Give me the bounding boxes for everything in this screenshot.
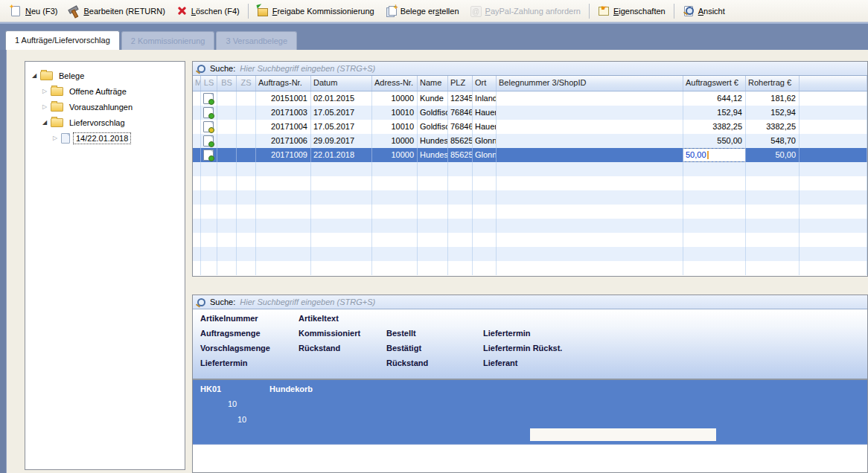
table-row[interactable] <box>193 176 867 190</box>
table-row[interactable]: 2017100629.09.201710000Hundeshop85625Glo… <box>193 134 867 148</box>
cell-auftrag: 20171009 <box>256 148 311 162</box>
cell-ls <box>201 247 217 261</box>
expand-arrow-icon[interactable]: ▷ <box>40 103 49 110</box>
column-header-LS[interactable]: LS <box>201 76 217 91</box>
cell-beleg <box>497 162 683 176</box>
cell-bs <box>217 190 237 205</box>
cell-adress <box>372 233 418 247</box>
collapse-arrow-icon[interactable]: ◢ <box>30 72 39 79</box>
table-row[interactable] <box>193 219 867 233</box>
table-row[interactable] <box>193 205 867 219</box>
cell-ls <box>201 176 217 190</box>
toolbar-button-4[interactable]: Freigabe Kommissionierung <box>252 3 380 19</box>
order-value-edit-cell[interactable]: 50,00 <box>683 149 745 161</box>
table-row[interactable]: 2017100317.05.201710010Goldfisch76846Hau… <box>193 106 867 120</box>
column-header-Auftrags-Nr.[interactable]: Auftrags-Nr. <box>256 76 311 91</box>
table-row[interactable] <box>193 162 867 176</box>
tab-1[interactable]: 1 Aufträge/Liefervorschlag <box>5 30 120 50</box>
tree-item-1[interactable]: ◢Belege <box>25 68 185 83</box>
tree-item-5[interactable]: ▷14/22.01.2018 <box>25 130 185 146</box>
table-row[interactable] <box>193 261 867 275</box>
table-row[interactable]: 2015100102.01.201510000Kunde12345Inland6… <box>193 91 867 106</box>
cell-zs <box>237 261 256 275</box>
cell-auftrag: 20171004 <box>256 120 311 134</box>
column-header-Datum[interactable]: Datum <box>311 76 372 91</box>
cell-auftrag: 20151001 <box>256 91 311 106</box>
orders-search-bar[interactable]: Suche: Hier Suchbegriff eingeben (STRG+S… <box>193 62 867 76</box>
toolbar-button-label: Neu (F3) <box>25 7 57 16</box>
edit-value: 50,00 <box>686 150 706 160</box>
cell-beleg <box>497 176 683 190</box>
table-row[interactable] <box>193 247 867 261</box>
cell-datum: 17.05.2017 <box>311 106 372 120</box>
orders-search-input[interactable]: Hier Suchbegriff eingeben (STRG+S) <box>240 64 375 73</box>
cell-zs <box>237 233 256 247</box>
cell-beleg <box>497 190 683 205</box>
field-label: Liefertermin <box>483 329 531 338</box>
table-row[interactable]: 2017100922.01.201810000Hundeshop85625Glo… <box>193 148 867 162</box>
release-picking-box-icon <box>257 5 269 16</box>
cell-datum <box>311 219 372 233</box>
toolbar-button-3[interactable]: Löschen (F4) <box>170 3 245 19</box>
cell-bs <box>217 106 237 120</box>
field-label: Liefertermin <box>200 358 248 367</box>
cell-datum <box>311 176 372 190</box>
cell-plz: 85625 <box>448 148 473 162</box>
field-label: Lieferant <box>483 358 517 367</box>
position-record[interactable]: HK01 Hundekorb 10 10 <box>193 380 867 445</box>
cell-ort <box>473 233 497 247</box>
column-header-Belegnummer 3/ShopID[interactable]: Belegnummer 3/ShopID <box>497 76 683 91</box>
positions-search-bar[interactable]: Suche: Hier Suchbegriff eingeben (STRG+S… <box>193 295 867 309</box>
cell-datum <box>311 233 372 247</box>
toolbar-button-1[interactable]: ✦Neu (F3) <box>4 3 63 19</box>
column-header-filler[interactable] <box>800 76 867 91</box>
tree-item-2[interactable]: ▷Offene Aufträge <box>25 83 185 99</box>
table-row[interactable]: 2017100417.05.201710010Goldfisch76846Hau… <box>193 120 867 134</box>
tree-item-4[interactable]: ◢Liefervorschlag <box>25 115 185 130</box>
column-header-Auftragswert €[interactable]: Auftragswert € <box>683 76 746 91</box>
cell-name <box>418 205 448 219</box>
field-label: Kommissioniert <box>299 329 360 338</box>
column-header-PLZ[interactable]: PLZ <box>448 76 473 91</box>
toolbar-button-7[interactable]: ☛Eigenschaften <box>593 3 671 19</box>
cell-m <box>193 233 201 247</box>
expand-arrow-icon[interactable]: ▷ <box>51 135 60 141</box>
column-header-Name[interactable]: Name <box>418 76 448 91</box>
table-row[interactable] <box>193 233 867 247</box>
collapse-arrow-icon[interactable]: ◢ <box>40 119 49 126</box>
toolbar-button-2[interactable]: Bearbeiten (RETURN) <box>63 3 170 19</box>
paypal-at-icon: @ <box>470 5 482 16</box>
expand-arrow-icon[interactable]: ▷ <box>40 88 49 94</box>
positions-search-input[interactable]: Hier Suchbegriff eingeben (STRG+S) <box>240 297 375 306</box>
column-header-Ort[interactable]: Ort <box>473 76 497 91</box>
cell-datum <box>311 247 372 261</box>
tree-item-3[interactable]: ▷Vorauszahlungen <box>25 99 185 115</box>
search-label: Suche: <box>210 64 235 73</box>
column-header-Rohertrag €[interactable]: Rohertrag € <box>746 76 800 91</box>
cell-fill <box>800 233 867 247</box>
position-vorschlagsmenge: 10 <box>237 415 246 424</box>
column-header-BS[interactable]: BS <box>217 76 237 91</box>
cell-rohertrag <box>746 205 800 219</box>
document-status-icon <box>203 135 214 147</box>
cell-plz <box>448 219 473 233</box>
tab-3[interactable]: 3 Versandbelege <box>216 31 297 50</box>
field-label: Bestellt <box>386 329 416 338</box>
folder-icon <box>51 87 63 96</box>
cell-ls <box>201 219 217 233</box>
cell-bs <box>217 176 237 190</box>
table-row[interactable] <box>193 190 867 205</box>
tab-2[interactable]: 2 Kommissionierung <box>121 31 215 50</box>
cell-adress <box>372 247 418 261</box>
cell-adress <box>372 176 418 190</box>
column-header-ZS[interactable]: ZS <box>237 76 256 91</box>
toolbar-button-8[interactable]: Ansicht <box>677 3 730 19</box>
position-edit-field[interactable] <box>530 428 716 441</box>
document-status-icon <box>203 107 214 118</box>
cell-bs <box>217 233 237 247</box>
column-header-Adress-Nr.[interactable]: Adress-Nr. <box>372 76 418 91</box>
toolbar-separator <box>248 4 249 19</box>
column-header-M[interactable]: M <box>193 76 201 91</box>
toolbar-button-5[interactable]: +Belege erstellen <box>380 3 465 19</box>
cell-beleg <box>497 91 683 106</box>
